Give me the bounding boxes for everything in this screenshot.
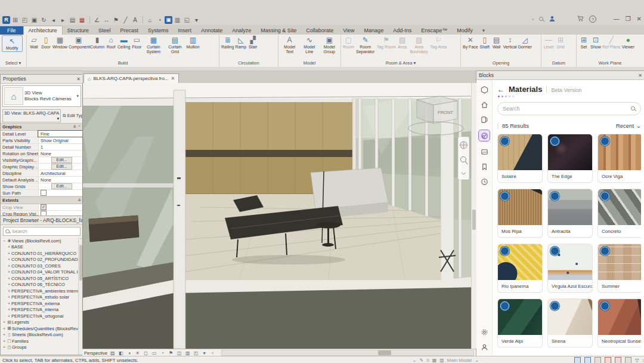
tab-structure[interactable]: Structure [63, 26, 94, 35]
tree-item-schedules[interactable]: +▦Schedules/Quantities (BlocksRevit.c [1, 325, 83, 332]
measure-icon[interactable]: ∠ [92, 16, 101, 24]
grid-button[interactable]: ⊞Grid [555, 35, 566, 50]
save-icon[interactable]: ▣ [30, 16, 39, 24]
property-row[interactable]: Parts VisibilityShow Original [1, 137, 83, 144]
material-card[interactable]: Mos Ripa [497, 189, 543, 238]
type-selector[interactable]: ⌂ 3D View Blocks Revit Câmeras ▾ [2, 85, 81, 107]
tab-analyze[interactable]: Analyze [227, 26, 256, 35]
tree-item-groups[interactable]: +◫Groups [1, 344, 83, 351]
print-icon[interactable]: ▤ [68, 16, 77, 24]
expand-icon[interactable]: + [7, 282, 11, 287]
property-row[interactable]: Crop View✓ [1, 204, 83, 211]
properties-header[interactable]: Properties ✕ [1, 75, 83, 84]
tree-item[interactable]: +PERSPECTIVA_ortogonal [1, 313, 83, 319]
wall-button[interactable]: ▱Wall [29, 35, 39, 50]
expand-icon[interactable]: + [2, 327, 7, 331]
component-button[interactable]: ▣Component [69, 35, 89, 50]
sun-path-icon[interactable]: ☀ [134, 350, 141, 356]
viewport-vertical-scrollbar[interactable] [471, 83, 476, 349]
design-options-icon[interactable]: ▥ [439, 358, 444, 363]
tab-file[interactable]: File [0, 26, 23, 35]
help-icon[interactable]: ? [589, 16, 596, 23]
expand-icon[interactable]: + [7, 270, 11, 274]
window-button[interactable]: ▦Window [52, 35, 67, 50]
tag-icon[interactable]: ⚑ [112, 16, 120, 24]
tab-enscape[interactable]: Enscape™ [416, 26, 452, 35]
restore-button[interactable]: ❐ [626, 16, 631, 22]
view-selector[interactable]: 3D View: BLKS-ARQ-CAPA ▾ [2, 109, 61, 122]
property-row[interactable]: Graphic Display ...Edit... [1, 164, 83, 170]
tab-precast[interactable]: Precast [116, 26, 144, 35]
library-icon[interactable] [479, 115, 489, 124]
sort-dropdown[interactable]: Recent ⌄ [616, 122, 641, 129]
group-label-select[interactable]: Select ▾ [0, 60, 26, 67]
material-card[interactable]: Sirena [547, 299, 593, 347]
expand-icon[interactable]: + [7, 302, 11, 306]
design-options-chevron-icon[interactable]: ⌄ [475, 358, 479, 363]
view-tab-close-icon[interactable]: ✕ [171, 76, 175, 81]
viewer-button[interactable]: ●Viewer [622, 35, 634, 50]
detail-line-icon[interactable]: ╱ [121, 16, 130, 24]
tree-item[interactable]: +CONJUNTO 01_HIERÁRQUICO [1, 250, 83, 257]
blocks-header[interactable]: Blocks ✕ [476, 71, 644, 80]
by-face-button[interactable]: ✕By Face [463, 35, 478, 50]
visibility-edit-button[interactable]: Edit... [51, 157, 73, 163]
tree-item-legends[interactable]: +▤Legends [1, 319, 83, 326]
expand-icon[interactable]: + [7, 257, 11, 262]
search-icon[interactable] [631, 106, 636, 111]
thin-lines-icon[interactable]: ▣ [165, 16, 172, 24]
tag-room-button[interactable]: ⚑Tag Room [377, 35, 396, 50]
project-browser-header[interactable]: Project Browser - ARQ-BLOCKS_farnswor...… [1, 216, 83, 225]
floor-button[interactable]: ▭Floor [131, 35, 142, 50]
reveal-constraints-icon[interactable]: ◰ [193, 350, 199, 356]
blocks-close-icon[interactable]: ✕ [638, 73, 642, 78]
material-card[interactable]: Ocre Viga [597, 134, 641, 183]
property-row[interactable]: Default Analysis ...None [1, 177, 83, 183]
roof-button[interactable]: ⌂Roof [106, 35, 116, 50]
displaced-elements-icon[interactable]: ▥ [184, 350, 191, 356]
shaft-button[interactable]: ▯Shaft [479, 35, 490, 50]
select-underlay-icon[interactable] [584, 357, 591, 363]
expand-icon[interactable]: + [7, 314, 11, 318]
material-card[interactable]: Antracita [547, 189, 593, 238]
expand-icon[interactable]: + [2, 333, 7, 337]
redo-icon[interactable]: ▸ [58, 16, 67, 24]
show-rendering-icon[interactable]: ◧ [117, 350, 124, 356]
section-graphics[interactable]: Graphics≙ ⌃ [1, 123, 83, 131]
property-row[interactable]: Show GridsEdit... [1, 183, 83, 190]
viewport-horizontal-scrollbar[interactable] [221, 350, 474, 356]
tab-view[interactable]: View [338, 26, 359, 35]
area-boundary-button[interactable]: ▨Area Boundary [409, 35, 429, 54]
tab-architecture[interactable]: Architecture [23, 26, 63, 35]
room-button[interactable]: ▢Room [343, 35, 354, 50]
reveal-hidden-elements-icon[interactable]: ⚑ [168, 350, 174, 356]
perspective-label[interactable]: Perspective [84, 350, 107, 356]
property-row[interactable]: Detail LevelFine [1, 131, 83, 137]
close-button[interactable]: ✕ [637, 16, 642, 22]
level-button[interactable]: —Level [543, 35, 554, 50]
ribbon-display-toggle-icon[interactable]: ▾ [478, 26, 490, 35]
worksharing-display-icon[interactable]: ▾ [201, 350, 208, 356]
tree-item[interactable]: +CONJUNTO 06_TÉCNICO [1, 282, 83, 288]
tree-item[interactable]: +CONJUNTO 02_PROFUNDIDADE [1, 257, 83, 263]
scroll-left-icon[interactable]: ‹ [209, 350, 216, 356]
column-button[interactable]: ▮Column [90, 35, 104, 50]
materials-icon[interactable] [478, 130, 490, 141]
tab-insert[interactable]: Insert [174, 26, 197, 35]
default-3d-view-icon[interactable]: ⌂ [145, 16, 154, 24]
tab-modify[interactable]: Modify [452, 26, 478, 35]
type-selector-dropdown-icon[interactable]: ▾ [76, 94, 79, 99]
mullion-button[interactable]: ▥Mullion [186, 35, 199, 50]
user-icon[interactable] [479, 342, 489, 352]
material-card[interactable]: Neotropical Sunset... [597, 299, 641, 347]
tree-item[interactable]: +CONJUNTO 03_CORES [1, 263, 83, 269]
tag-area-button[interactable]: ⚐Tag Area [431, 35, 447, 50]
show-grids-edit-button[interactable]: Edit... [51, 183, 73, 189]
filter-icon[interactable]: ▽ [635, 358, 639, 363]
ui-grid-icon[interactable]: ⊞ [11, 16, 20, 24]
account-icon[interactable] [549, 16, 555, 23]
show-button[interactable]: ⊡Show [590, 35, 601, 50]
select-pinned-icon[interactable] [595, 357, 601, 363]
graphic-display-edit-button[interactable]: Edit... [51, 164, 73, 170]
expand-icon[interactable]: + [7, 276, 11, 281]
